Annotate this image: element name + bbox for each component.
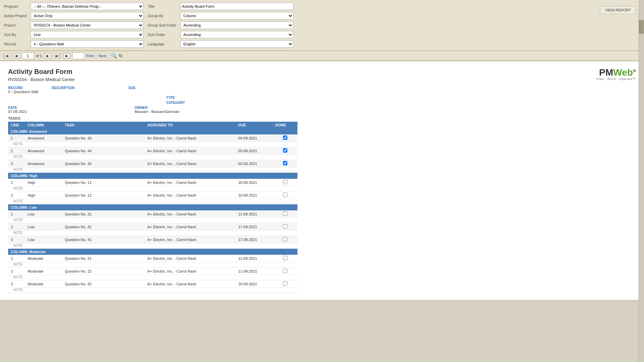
refresh-icon[interactable]: ↻ (119, 53, 123, 58)
cell-task: Question No. 44 (62, 147, 145, 155)
cell-task: Question No. 41 (62, 236, 145, 243)
nav-input[interactable] (72, 52, 84, 59)
done-checkbox[interactable] (283, 237, 287, 241)
group-sort-order-select[interactable]: Ascending (180, 22, 293, 29)
cell-done[interactable] (273, 179, 297, 186)
logo-web: Web (613, 67, 633, 78)
note-label: NOTE (8, 186, 297, 192)
note-row: NOTE (8, 288, 297, 293)
sort-order-label: Sort Order (148, 33, 176, 37)
done-checkbox[interactable] (283, 180, 287, 184)
project-label: Project (4, 23, 27, 27)
done-checkbox[interactable] (283, 161, 287, 165)
done-checkbox[interactable] (283, 193, 287, 197)
done-checkbox[interactable] (283, 211, 287, 216)
next-button[interactable]: Next (99, 54, 106, 58)
description-meta-block: DESCRIPTION (51, 86, 74, 94)
cell-due: 03-08-2021 (236, 160, 273, 167)
table-row: 2 Moderate Question No. 22 A+ Electric, … (8, 268, 297, 275)
cell-due: 04-08-2021 (236, 134, 273, 142)
table-row: 3 Answered Question No. 45 A+ Electric, … (8, 160, 297, 167)
prev-page-button[interactable]: ◄ (13, 53, 20, 58)
cell-line: 3 (8, 236, 25, 243)
description-meta-label: DESCRIPTION (51, 86, 74, 90)
note-label: NOTE (8, 275, 297, 280)
logo-reg: ® (633, 69, 636, 73)
cell-done[interactable] (273, 280, 297, 288)
program-select[interactable]: -- All --, 7Eleven, Barzan Defense Progr… (31, 3, 144, 10)
record-meta-label: RECORD (8, 86, 38, 90)
active-project-select[interactable]: Active Only (31, 12, 144, 19)
cell-done[interactable] (273, 268, 297, 275)
cell-task: Question No. 12 (62, 192, 145, 199)
cell-task: Question No. 22 (62, 268, 145, 275)
cell-line: 1 (8, 179, 25, 186)
cell-column: Moderate (25, 255, 62, 262)
owner-meta-block: OWNER Bassam - BassamSamman (135, 106, 179, 114)
table-row: 3 Moderate Question No. 42 A+ Electric, … (8, 280, 297, 288)
column-header-row: COLUMN: Low (8, 204, 297, 211)
done-checkbox[interactable] (283, 135, 287, 140)
project-select[interactable]: RVS01C4 - Boston Medical Center (31, 22, 144, 29)
cell-line: 1 (8, 134, 25, 142)
done-checkbox[interactable] (283, 281, 287, 286)
cell-assigned: A+ Electric, Inc. - Carrol Nash (145, 134, 236, 142)
table-row: 1 High Question No. 11 A+ Electric, Inc.… (8, 179, 297, 186)
cell-line: 3 (8, 280, 25, 288)
cell-assigned: A+ Electric, Inc. - Carrol Nash (145, 210, 236, 218)
first-page-button[interactable]: |◄ (3, 53, 11, 58)
note-row: NOTE (8, 155, 297, 160)
scrollbar-thumb[interactable] (639, 20, 644, 34)
next-page-button[interactable]: ► (44, 53, 51, 58)
done-checkbox[interactable] (283, 256, 287, 260)
cell-done[interactable] (273, 147, 297, 155)
date-block: DATE 07-08-2021 (8, 106, 27, 114)
view-report-button[interactable]: VIEW REPORT (600, 6, 636, 14)
done-checkbox[interactable] (283, 224, 287, 229)
title-input[interactable] (180, 3, 293, 10)
cell-done[interactable] (273, 236, 297, 243)
th-column: COLUMN (25, 122, 62, 128)
cell-assigned: A+ Electric, Inc. - Carrol Nash (145, 268, 236, 275)
done-checkbox[interactable] (283, 148, 287, 153)
cell-done[interactable] (273, 210, 297, 218)
cell-column: Low (25, 210, 62, 218)
page-number-input[interactable] (22, 52, 34, 59)
cell-task: Question No. 43 (62, 134, 145, 142)
table-row: 2 High Question No. 12 A+ Electric, Inc.… (8, 192, 297, 199)
language-select[interactable]: English (180, 40, 293, 48)
cell-done[interactable] (273, 160, 297, 167)
note-row: NOTE (8, 218, 297, 223)
cell-done[interactable] (273, 255, 297, 262)
due-meta-block: DUE (129, 86, 136, 94)
table-row: 2 Answered Question No. 44 A+ Electric, … (8, 147, 297, 155)
sort-by-select[interactable]: Line (31, 31, 144, 38)
scrollbar[interactable] (639, 0, 644, 300)
find-button[interactable]: Find (86, 54, 94, 58)
cell-done[interactable] (273, 223, 297, 231)
done-checkbox[interactable] (283, 269, 287, 273)
group-sort-order-label: Group Sort Order (148, 23, 176, 27)
note-row: NOTE (8, 142, 297, 147)
logo-pm: PM (599, 67, 613, 78)
last-page-button[interactable]: ►| (53, 53, 61, 58)
note-label: NOTE (8, 199, 297, 204)
record-select[interactable]: 4 - Questions Wall (31, 40, 144, 48)
sort-order-select[interactable]: Ascending (180, 31, 293, 38)
program-label: Program (4, 4, 27, 8)
cell-assigned: A+ Electric, Inc. - Carrol Nash (145, 147, 236, 155)
language-label: Language (148, 42, 176, 46)
cell-line: 2 (8, 192, 25, 199)
title-label: Title (148, 4, 176, 8)
cell-done[interactable] (273, 192, 297, 199)
note-label: NOTE (8, 218, 297, 223)
cell-assigned: A+ Electric, Inc. - Carrol Nash (145, 160, 236, 167)
note-row: NOTE (8, 167, 297, 173)
nav-button[interactable]: ► (63, 53, 70, 58)
type-meta-label: TYPE (166, 96, 175, 99)
group-by-select[interactable]: Column (180, 12, 293, 19)
cell-task: Question No. 45 (62, 160, 145, 167)
cell-column: Moderate (25, 280, 62, 288)
note-row: NOTE (8, 262, 297, 268)
cell-done[interactable] (273, 134, 297, 142)
